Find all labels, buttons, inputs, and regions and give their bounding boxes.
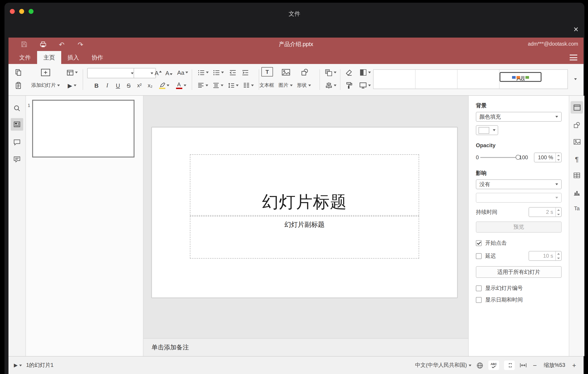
print-button[interactable] [39,40,47,48]
slide-settings-tab[interactable] [571,101,583,114]
theme-option[interactable] [416,70,458,88]
show-date-time-checkbox[interactable] [476,297,482,303]
decrease-font-button[interactable]: A [164,68,174,78]
highlight-color-button[interactable] [157,80,171,91]
subscript-button[interactable]: x₂ [145,80,155,90]
font-color-button[interactable]: A [174,80,188,91]
change-case-button[interactable]: Aa [176,68,190,77]
fill-color-select[interactable] [476,125,498,135]
font-name-combo[interactable] [87,68,136,78]
insert-image-button[interactable] [280,67,292,77]
opacity-slider-row: 0 100 100 % [476,153,562,162]
show-slide-number-checkbox[interactable] [476,286,482,291]
arrange-shapes-button[interactable] [323,67,338,77]
shape-settings-tab[interactable] [571,119,583,131]
close-icon[interactable]: × [571,24,581,35]
italic-button[interactable]: I [102,80,112,90]
font-size-combo[interactable] [134,68,156,78]
paste-button[interactable] [13,80,24,90]
slide-thumbnail[interactable] [32,100,135,157]
subtitle-placeholder[interactable]: 幻灯片副标题 [190,216,419,259]
set-language-button[interactable] [476,362,483,369]
theme-gallery-expand-button[interactable] [571,69,580,89]
start-on-click-checkbox[interactable] [476,240,482,246]
tab-home[interactable]: 主页 [37,51,61,64]
delay-input[interactable]: 10 s [529,251,562,261]
decrease-indent-button[interactable] [227,67,238,77]
vertical-align-button[interactable] [211,80,225,90]
increase-indent-button[interactable] [240,67,251,77]
search-button[interactable] [11,102,23,115]
insert-shape-button[interactable] [299,67,311,77]
opacity-slider[interactable] [480,157,518,158]
opacity-spinner[interactable] [555,153,561,162]
theme-option[interactable] [374,70,416,88]
increase-font-button[interactable]: A [153,68,163,78]
redo-button[interactable]: ↷ [76,40,84,48]
tab-collaboration[interactable]: 协作 [85,51,109,64]
fill-type-select[interactable]: 颜色填充 [476,112,562,122]
chat-button[interactable] [11,153,23,165]
theme-option-selected[interactable]: Aa [500,72,542,82]
add-slide-button[interactable] [39,67,52,78]
start-slideshow-status-button[interactable]: ▶ [14,362,22,368]
language-selector[interactable]: 中文(中华人民共和国) [415,362,471,369]
color-scheme-button[interactable] [358,67,372,77]
insert-shape-menu[interactable]: 形状 [291,82,316,88]
delay-checkbox[interactable] [476,253,482,259]
comments-button[interactable] [11,136,23,149]
start-slideshow-toolbar-button[interactable]: ▶ [65,80,79,90]
preview-button[interactable]: 预览 [476,221,562,233]
tab-insert[interactable]: 插入 [61,51,85,64]
fit-slide-button[interactable] [504,361,515,370]
slide-canvas[interactable]: 幻灯片标题 幻灯片副标题 [143,96,468,338]
opacity-slider-knob[interactable] [515,155,520,160]
duration-spinner[interactable] [555,208,561,217]
strikethrough-button[interactable]: S [124,80,134,90]
show-date-time-row[interactable]: 显示日期和时间 [476,296,562,304]
numbering-button[interactable] [211,67,225,77]
change-layout-button[interactable] [65,67,79,77]
image-settings-tab[interactable] [571,136,583,148]
textart-settings-tab[interactable]: Ta [571,202,583,215]
effect-select[interactable]: 没有 [476,179,562,189]
notes-area[interactable]: 单击添加备注 [143,338,468,356]
copy-button[interactable] [13,67,24,77]
menu-hamburger-icon[interactable] [570,55,577,60]
opacity-input[interactable]: 100 % [534,153,562,162]
underline-button[interactable]: U [113,80,123,90]
line-spacing-button[interactable] [227,80,240,90]
bullets-button[interactable] [196,67,210,77]
paragraph-settings-tab[interactable]: ¶ [571,153,583,165]
editor-header: ↶ ↷ 产品介绍.pptx adm***@dootask.com 文件 主页 插… [9,38,584,64]
slide[interactable]: 幻灯片标题 幻灯片副标题 [151,127,458,298]
spellcheck-toggle[interactable]: ABC [488,361,499,370]
superscript-button[interactable]: x² [135,80,144,90]
delay-spinner[interactable] [555,252,561,260]
slides-panel-button[interactable] [11,118,23,131]
clear-style-button[interactable] [344,67,354,77]
fit-width-button[interactable] [520,362,527,368]
zoom-out-button[interactable]: − [532,362,538,369]
copy-style-button[interactable] [344,80,354,90]
align-shapes-button[interactable] [323,80,338,90]
tab-file[interactable]: 文件 [13,51,37,64]
chart-settings-tab[interactable] [571,186,583,199]
start-on-click-checkbox-row[interactable]: 开始点击 [476,239,562,247]
textbox-button[interactable]: T [261,67,273,77]
table-settings-tab[interactable] [571,169,583,182]
save-button[interactable] [20,40,28,48]
title-placeholder[interactable]: 幻灯片标题 [190,154,419,216]
zoom-in-button[interactable]: + [571,362,577,369]
theme-option[interactable] [542,70,567,88]
show-slide-number-row[interactable]: 显示幻灯片编号 [476,285,562,292]
slide-size-button[interactable] [358,80,372,90]
bold-button[interactable]: B [92,80,101,90]
duration-input[interactable]: 2 s [529,207,562,217]
undo-button[interactable]: ↶ [58,40,66,48]
theme-option[interactable] [458,70,500,88]
effect-variant-select[interactable] [476,193,562,203]
add-slide-menu[interactable]: 添加幻灯片 [25,82,66,88]
horizontal-align-button[interactable] [196,80,210,90]
apply-to-all-slides-button[interactable]: 适用于所有幻灯片 [476,266,562,278]
